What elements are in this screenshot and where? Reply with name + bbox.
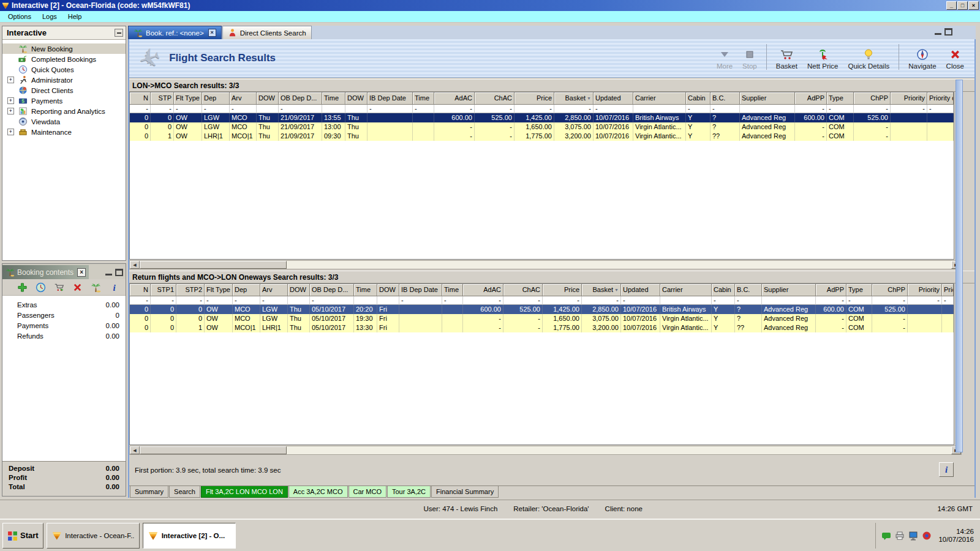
column-header-price[interactable]: Price: [543, 284, 582, 296]
column-header-ib-dep-date[interactable]: IB Dep Date: [399, 284, 442, 296]
column-header-adac[interactable]: AdAC: [434, 92, 475, 105]
filter-cell[interactable]: -: [795, 105, 827, 113]
column-header-arv[interactable]: Arv: [230, 92, 257, 105]
alert-icon[interactable]: [922, 531, 932, 541]
filter-cell[interactable]: -: [712, 296, 735, 305]
filter-cell[interactable]: -: [260, 296, 288, 305]
column-header-type[interactable]: Type: [846, 284, 872, 296]
more-button[interactable]: More: [712, 47, 737, 71]
column-header-basket[interactable]: Basket▼: [582, 284, 621, 296]
column-header-updated[interactable]: Updated: [594, 92, 633, 105]
chat-icon[interactable]: [881, 531, 891, 541]
column-header-dow[interactable]: DOW: [377, 284, 399, 296]
column-header-flt-type[interactable]: Flt Type: [174, 92, 202, 105]
column-header-b-c[interactable]: B.C.: [710, 92, 740, 105]
scroll-left-icon[interactable]: ◀: [130, 261, 140, 269]
filter-cell[interactable]: [740, 105, 795, 113]
sidebar-item-maintenance[interactable]: +Maintenance: [2, 127, 126, 137]
filter-cell[interactable]: -: [514, 105, 554, 113]
column-header-prior[interactable]: Prior: [942, 284, 954, 296]
bottom-tab-car-mco[interactable]: Car MCO: [349, 486, 386, 498]
column-header-priority[interactable]: Priority: [908, 284, 942, 296]
menu-item-logs[interactable]: Logs: [37, 12, 62, 21]
sidebar-item-quick-quotes[interactable]: Quick Quotes: [2, 64, 126, 75]
column-header-updated[interactable]: Updated: [621, 284, 660, 296]
column-header-ob-dep-d[interactable]: OB Dep D...: [310, 284, 354, 296]
expand-icon[interactable]: +: [7, 97, 14, 104]
filter-cell[interactable]: -: [399, 296, 442, 305]
expand-icon[interactable]: +: [7, 77, 14, 83]
filter-cell[interactable]: [354, 296, 377, 305]
column-header-n[interactable]: N: [130, 284, 151, 296]
filter-cell[interactable]: -: [594, 105, 633, 113]
filter-cell[interactable]: [345, 105, 368, 113]
column-header-ib-dep-date[interactable]: IB Dep Date: [368, 92, 413, 105]
quick-details-button[interactable]: Quick Details: [843, 47, 894, 71]
column-header-supplier[interactable]: Supplier: [762, 284, 816, 296]
column-header-b-c[interactable]: B.C.: [735, 284, 762, 296]
filter-cell[interactable]: [377, 296, 399, 305]
filter-cell[interactable]: -: [442, 296, 463, 305]
filter-cell[interactable]: -: [543, 296, 582, 305]
column-header-time[interactable]: Time: [322, 92, 345, 105]
filter-cell[interactable]: [660, 296, 712, 305]
column-header-adpp[interactable]: AdPP: [795, 92, 827, 105]
filter-cell[interactable]: -: [942, 296, 954, 305]
sidebar-item-payments[interactable]: +$Payments: [2, 96, 126, 106]
column-header-dep[interactable]: Dep: [233, 284, 260, 296]
filter-cell[interactable]: -: [846, 296, 872, 305]
sidebar-item-viewdata[interactable]: Viewdata: [2, 116, 126, 127]
filter-cell[interactable]: -: [463, 296, 503, 305]
palm-tree-icon[interactable]: [91, 282, 101, 293]
info-icon[interactable]: i: [109, 282, 119, 293]
close-icon[interactable]: ×: [77, 268, 86, 277]
column-header-n[interactable]: N: [130, 92, 151, 105]
add-to-basket-icon[interactable]: [54, 282, 64, 293]
filter-cell[interactable]: -: [872, 296, 908, 305]
scrollbar-thumb[interactable]: [140, 261, 287, 269]
column-header-time[interactable]: Time: [442, 284, 463, 296]
maximize-panel-button[interactable]: [115, 269, 123, 276]
close-button[interactable]: Close: [942, 47, 968, 71]
minimize-pane-button[interactable]: [934, 28, 942, 36]
filter-cell[interactable]: -: [735, 296, 762, 305]
display-icon[interactable]: [908, 531, 918, 541]
filter-cell[interactable]: -: [891, 105, 927, 113]
expand-icon[interactable]: +: [7, 129, 14, 135]
scroll-left-icon[interactable]: ◀: [130, 446, 140, 454]
column-header-chac[interactable]: ChAC: [475, 92, 514, 105]
result-row-0[interactable]: 000OWMCOLGWThu05/10/201720:20Fri600.0052…: [130, 305, 954, 314]
add-icon[interactable]: [17, 282, 28, 293]
column-header-supplier[interactable]: Supplier: [740, 92, 795, 105]
result-row-0[interactable]: 00OWLGWMCOThu21/09/201713:55Thu600.00525…: [130, 113, 954, 122]
filter-cell[interactable]: -: [816, 296, 846, 305]
maximize-button[interactable]: □: [957, 1, 968, 10]
delete-icon[interactable]: [72, 282, 83, 293]
column-header-stp1[interactable]: STP1: [151, 284, 176, 296]
bottom-tab-acc-3a-2c-mco[interactable]: Acc 3A,2C MCO: [288, 486, 348, 498]
result-row-2[interactable]: 01OWLHR|1MCO|1Thu21/09/201709:30Thu--1,7…: [130, 132, 954, 141]
column-header-time[interactable]: Time: [354, 284, 377, 296]
taskbar-window-button-interactive-ocean-f[interactable]: Interactive - Ocean-F...: [47, 523, 140, 549]
minimize-panel-button[interactable]: [105, 269, 113, 276]
restore-pane-button[interactable]: [944, 28, 952, 36]
close-tab-icon[interactable]: ×: [208, 29, 216, 37]
filter-cell[interactable]: -: [205, 296, 233, 305]
column-header-cabin[interactable]: Cabin: [686, 92, 710, 105]
filter-cell[interactable]: -: [854, 105, 891, 113]
tab-direct-clients-search[interactable]: Direct Clients Search: [222, 26, 312, 39]
filter-cell[interactable]: -: [827, 105, 854, 113]
bottom-tab-tour-3a-2c[interactable]: Tour 3A,2C: [387, 486, 431, 498]
menu-item-help[interactable]: Help: [62, 12, 88, 21]
stop-button[interactable]: Stop: [738, 47, 761, 71]
printer-icon[interactable]: [895, 531, 905, 541]
bottom-tab-flt-3a-2c-lon-mco-lon[interactable]: Flt 3A,2C LON MCO LON: [201, 486, 288, 498]
sidebar-item-new-booking[interactable]: New Booking: [2, 43, 126, 54]
column-header-chpp[interactable]: ChPP: [854, 92, 891, 105]
sidebar-item-administrator[interactable]: +Administrator: [2, 75, 126, 85]
filter-cell[interactable]: -: [202, 105, 230, 113]
filter-cell[interactable]: [762, 296, 816, 305]
column-header-price[interactable]: Price: [514, 92, 554, 105]
basket-button[interactable]: Basket: [772, 47, 802, 71]
filter-cell[interactable]: -: [710, 105, 740, 113]
